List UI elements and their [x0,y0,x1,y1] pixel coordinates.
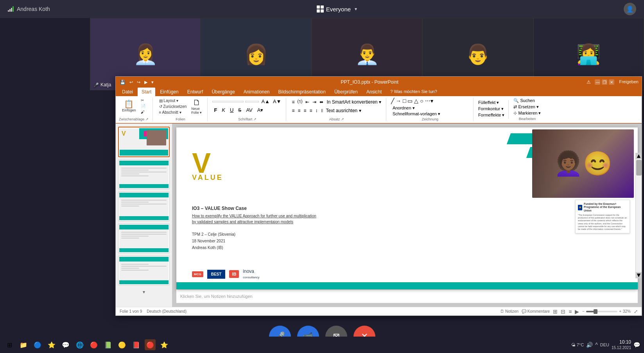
slide-thumb-1[interactable]: 1 V [118,127,170,157]
taskbar-icon-3[interactable]: ⭐ [46,339,57,350]
paste-btn[interactable]: 📋 Einfügen [120,99,138,113]
zoom-out-btn[interactable]: − [582,309,585,314]
more-shapes[interactable]: ⋯▾ [425,98,433,104]
reset-btn[interactable]: ↺ Zurücksetzen [158,104,188,109]
bold-btn[interactable]: F [212,106,219,114]
tab-entwurf[interactable]: Entwurf [183,88,207,96]
new-slide-btn[interactable]: 🗋 NeueFolie ▾ [190,98,203,115]
tab-bildschirm[interactable]: Bildschirmpräsentation [274,88,330,96]
share-btn[interactable]: Freigeben [619,79,639,85]
zoom-slider[interactable] [586,311,617,312]
taskbar-word-icon[interactable]: 📗 [102,339,113,350]
notes-btn[interactable]: 🗒 Notizen [500,309,518,314]
tab-animationen[interactable]: Animationen [240,88,274,96]
tab-ueberpruefen[interactable]: Überprüfen [330,88,362,96]
meeting-group-selector[interactable]: Everyone ▾ [317,5,357,13]
scroll-up-btn[interactable]: ▲ [636,153,642,159]
line-shape[interactable]: ╱ [391,98,394,104]
text-direction-btn[interactable]: ⬌ [319,99,324,106]
taskbar-pdf-icon[interactable]: 📕 [131,339,142,350]
fit-page-btn[interactable]: ⤢ [634,309,638,314]
justify-btn[interactable]: ≡ [309,107,313,114]
font-color-btn[interactable]: A▾ [256,106,265,114]
file-explorer-btn[interactable]: 📁 [18,339,29,350]
start-btn[interactable]: ⊞ [4,339,15,350]
system-clock[interactable]: 10:10 15.12.2021 [612,339,631,351]
close-btn[interactable]: ✕ [609,79,614,85]
save-qat-btn[interactable]: 💾 [119,79,127,86]
numbering-btn[interactable]: ⑴ [297,98,303,106]
avatar[interactable]: 👤 [624,3,636,15]
align-center-btn[interactable]: ≡ [297,107,301,114]
line-spacing-btn[interactable]: ↕ [315,107,319,114]
undo-qat-btn[interactable]: ↩ [128,79,134,86]
network-icon[interactable]: 🔊 [586,342,593,348]
slide-thumb-5[interactable]: 5 [118,256,170,285]
copy-btn[interactable]: 📄 [139,104,147,109]
columns-btn[interactable]: ⫴ [320,107,324,114]
more-qat-btn[interactable]: ▾ [150,79,155,86]
rect-shape[interactable]: □ [403,98,406,104]
minimize-btn[interactable]: — [595,79,600,85]
tab-start[interactable]: Start [138,88,155,96]
font-family-select[interactable] [212,101,244,102]
presentation-qat-btn[interactable]: ▶ [143,79,149,86]
notifications-btn[interactable]: 💬 [633,342,640,348]
decrease-font-btn[interactable]: A▼ [272,98,282,105]
bullets-btn[interactable]: ≡ [291,99,295,106]
zoom-in-btn[interactable]: + [619,309,621,314]
indent-less-btn[interactable]: ⇤ [305,99,310,106]
alert-icon[interactable]: ⚠ [584,79,593,85]
tab-datei[interactable]: Datei [118,88,137,96]
circle-shape[interactable]: ○ [420,98,423,104]
taskbar-teams-icon[interactable]: 💬 [60,339,71,350]
tab-help[interactable]: ? Was möchten Sie tun? [386,88,441,96]
restore-btn[interactable]: ❐ [602,79,607,85]
arrange-btn[interactable]: Anordnen ▾ [393,106,440,111]
slide-thumb-3[interactable]: 3 [118,192,170,221]
reading-view-btn[interactable]: ≡ [569,308,572,315]
taskbar-ppt-icon[interactable]: 🔴 [145,339,156,350]
italic-btn[interactable]: K [220,106,227,114]
tab-einfuegen[interactable]: Einfügen [156,88,182,96]
scroll-down-btn[interactable]: ▼ [636,272,642,278]
arrow-shape[interactable]: → [396,98,401,104]
chevron-icon[interactable]: ^ [595,342,598,348]
layout-btn[interactable]: ▤ Layout ▾ [158,98,188,103]
zoom-slider-thumb[interactable] [594,309,597,314]
scrollbar-vertical[interactable]: ▲ ▼ [635,153,642,278]
section-btn[interactable]: ≡ Abschnitt ▾ [158,110,188,115]
smartart-btn[interactable]: In SmartArt konvertieren ▾ [326,99,382,106]
slideshow-btn[interactable]: ▶ [575,308,579,315]
triangle-shape[interactable]: △ [414,98,418,104]
tab-ansicht[interactable]: Ansicht [362,88,386,96]
quick-styles-btn[interactable]: Schnellformat-vorlagen ▾ [393,111,440,116]
slide-thumb-2[interactable]: 2 [118,159,170,189]
strikethrough-btn[interactable]: S̶ [237,106,243,114]
align-right-btn[interactable]: ≡ [303,107,307,114]
text-align-btn[interactable]: Text ausrichten ▾ [325,107,362,114]
taskbar-icon-11[interactable]: ⭐ [159,339,170,350]
fill-effect-btn[interactable]: Fülleffekt ▾ [478,100,505,105]
font-size-select[interactable] [245,101,259,102]
taskbar-icon-2[interactable]: 🔵 [32,339,43,350]
comments-btn[interactable]: 💬 Kommentare [522,309,550,314]
indent-more-btn[interactable]: ⇥ [312,99,317,106]
underline-btn[interactable]: U [228,106,235,114]
form-effect-btn[interactable]: Formeffekte ▾ [478,113,505,118]
taskbar-icon-6[interactable]: 🔴 [88,339,99,350]
user-profile-area[interactable]: 👤 [624,3,636,15]
tab-uebergaenge[interactable]: Übergänge [208,88,239,96]
shadow-btn[interactable]: AV [244,106,254,114]
taskbar-excel-icon[interactable]: 🟡 [117,339,127,350]
format-btn[interactable]: 🖌 [139,109,147,115]
scroll-thumb[interactable] [636,160,642,176]
slide-thumb-4[interactable]: 4 [118,224,170,253]
align-left-btn[interactable]: ≡ [291,107,295,114]
cut-btn[interactable]: ✂ [139,98,147,103]
rect2-shape[interactable]: ▭ [407,98,413,104]
redo-qat-btn[interactable]: ↪ [136,79,142,86]
search-btn[interactable]: 🔍 Suchen [513,98,541,103]
replace-btn[interactable]: ⇄ Ersetzen ▾ [513,104,541,109]
taskbar-edge-icon[interactable]: 🌐 [74,339,85,350]
